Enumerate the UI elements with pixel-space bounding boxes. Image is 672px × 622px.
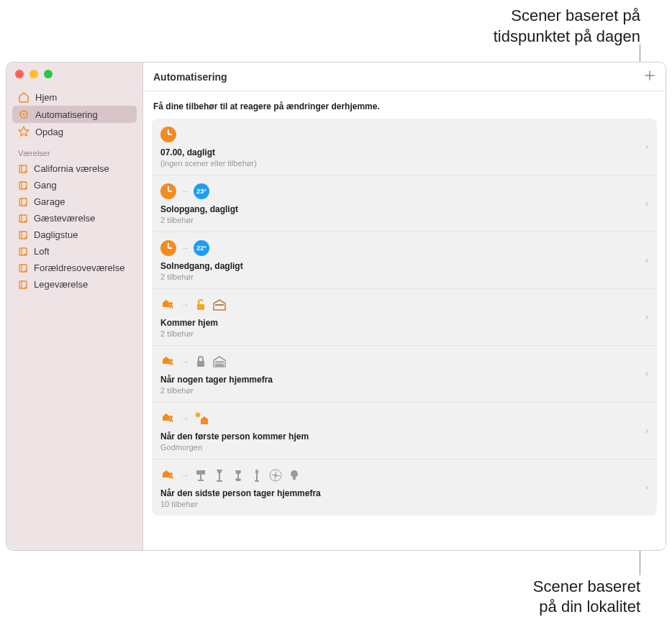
svg-rect-29 bbox=[256, 474, 258, 480]
automation-item[interactable]: → Når nogen tager hjemmefra 2 tilbehør › bbox=[152, 346, 657, 403]
room-icon bbox=[18, 247, 28, 257]
nav-item-opdag[interactable]: Opdag bbox=[12, 123, 137, 140]
window-controls bbox=[6, 70, 142, 88]
automation-title: Når den sidste person tager hjemmefra bbox=[160, 488, 635, 498]
chevron-right-icon: › bbox=[645, 142, 648, 152]
automation-item[interactable]: 07.00, dagligt (ingen scener eller tilbe… bbox=[152, 119, 657, 175]
automation-icons: → bbox=[160, 467, 635, 484]
minimize-icon[interactable] bbox=[29, 70, 38, 78]
automation-icons bbox=[160, 126, 635, 143]
person-house-icon bbox=[160, 354, 176, 370]
svg-rect-34 bbox=[293, 477, 296, 480]
clock-icon bbox=[160, 240, 176, 256]
floor-lamp-icon bbox=[212, 468, 227, 482]
room-icon bbox=[18, 230, 28, 240]
room-label: Gang bbox=[34, 180, 57, 191]
svg-point-33 bbox=[291, 470, 298, 477]
room-icon bbox=[18, 164, 28, 174]
app-window: HjemAutomatiseringOpdag Værelser Califor… bbox=[6, 62, 666, 551]
room-label: Legeværelse bbox=[34, 279, 88, 290]
svg-rect-21 bbox=[196, 470, 205, 475]
arrow-icon: → bbox=[181, 413, 189, 424]
automation-icons: → bbox=[160, 353, 635, 370]
automation-icons: →23° bbox=[160, 183, 635, 200]
nav-label: Automatisering bbox=[35, 109, 98, 120]
chevron-right-icon: › bbox=[645, 426, 648, 436]
fan-icon bbox=[268, 468, 283, 482]
svg-point-20 bbox=[170, 472, 173, 475]
svg-rect-28 bbox=[255, 470, 258, 474]
svg-rect-30 bbox=[255, 480, 259, 482]
nav-item-hjem[interactable]: Hjem bbox=[12, 88, 137, 106]
chevron-right-icon: › bbox=[645, 312, 648, 322]
fullscreen-icon[interactable] bbox=[44, 70, 53, 78]
close-icon[interactable] bbox=[15, 70, 24, 78]
svg-point-19 bbox=[196, 413, 200, 417]
room-item[interactable]: Dagligstue bbox=[6, 227, 142, 243]
desk-lamp-icon bbox=[194, 468, 208, 482]
automation-list: 07.00, dagligt (ingen scener eller tilbe… bbox=[152, 119, 657, 516]
add-button[interactable] bbox=[644, 68, 655, 85]
svg-point-27 bbox=[235, 478, 241, 481]
automation-subtitle: 2 tilbehør bbox=[160, 273, 635, 281]
automation-item[interactable]: →23° Solopgang, dagligt 2 tilbehør › bbox=[152, 175, 657, 232]
svg-point-10 bbox=[170, 302, 173, 305]
room-item[interactable]: Forældresoveværelse bbox=[6, 260, 142, 276]
automation-item[interactable]: → Når den første person kommer hjem Godm… bbox=[152, 403, 657, 459]
automation-subtitle: 2 tilbehør bbox=[160, 386, 635, 395]
table-lamp-icon bbox=[231, 468, 245, 482]
nav-label: Opdag bbox=[35, 127, 63, 137]
star-icon bbox=[18, 126, 29, 137]
titlebar: Automatisering bbox=[143, 63, 666, 91]
room-label: Gæsteværelse bbox=[34, 213, 95, 224]
room-icon bbox=[18, 280, 28, 290]
room-icon bbox=[18, 197, 28, 207]
sidebar: HjemAutomatiseringOpdag Værelser Califor… bbox=[6, 63, 143, 550]
arrow-icon: → bbox=[181, 300, 189, 310]
house-icon bbox=[18, 91, 29, 103]
room-item[interactable]: Legeværelse bbox=[6, 276, 142, 293]
temperature-icon: 23° bbox=[194, 183, 209, 199]
automation-title: Når den første person kommer hjem bbox=[160, 431, 635, 442]
room-item[interactable]: Garage bbox=[6, 193, 142, 210]
lamp-icon bbox=[250, 468, 264, 482]
room-icon bbox=[18, 263, 28, 273]
automation-item[interactable]: → Når den sidste person tager hjemmefra … bbox=[152, 459, 657, 516]
automation-item[interactable]: → Kommer hjem 2 tilbehør › bbox=[152, 289, 657, 346]
automation-subtitle: Godmorgen bbox=[160, 443, 635, 452]
svg-rect-24 bbox=[219, 473, 220, 480]
room-label: Garage bbox=[34, 196, 65, 207]
automation-icons: → bbox=[160, 296, 635, 314]
main-content: Automatisering Få dine tilbehør til at r… bbox=[143, 63, 666, 550]
room-label: Loft bbox=[34, 246, 50, 257]
annotation-time-scenes: Scener baseret påtidspunktet på dagen bbox=[494, 6, 640, 47]
arrow-icon: → bbox=[181, 243, 189, 253]
svg-rect-11 bbox=[197, 304, 204, 310]
lock-icon bbox=[194, 355, 208, 369]
nav-item-automatisering[interactable]: Automatisering bbox=[12, 106, 137, 123]
room-item[interactable]: California værelse bbox=[6, 160, 142, 177]
automation-subtitle: 10 tilbehør bbox=[160, 500, 635, 508]
room-icon bbox=[18, 214, 28, 224]
automation-item[interactable]: →22° Solnedgang, dagligt 2 tilbehør › bbox=[152, 232, 657, 289]
page-title: Automatisering bbox=[153, 71, 227, 83]
automation-title: Kommer hjem bbox=[160, 318, 635, 328]
temperature-icon: 22° bbox=[194, 240, 209, 256]
automation-title: Når nogen tager hjemmefra bbox=[160, 375, 635, 385]
chevron-right-icon: › bbox=[645, 255, 648, 265]
room-item[interactable]: Gæsteværelse bbox=[6, 210, 142, 227]
svg-point-32 bbox=[274, 474, 277, 477]
automation-icons: →22° bbox=[160, 239, 635, 257]
arrow-icon: → bbox=[181, 470, 189, 480]
person-house-icon bbox=[160, 297, 176, 313]
clock-icon bbox=[160, 183, 176, 199]
room-item[interactable]: Gang bbox=[6, 177, 142, 193]
rooms-list: California værelseGangGarageGæsteværelse… bbox=[6, 160, 142, 293]
svg-point-13 bbox=[170, 359, 173, 362]
room-item[interactable]: Loft bbox=[6, 243, 142, 260]
automation-title: 07.00, dagligt bbox=[160, 147, 635, 157]
clock-icon bbox=[160, 127, 176, 142]
automation-title: Solnedgang, dagligt bbox=[160, 261, 635, 271]
svg-point-18 bbox=[170, 416, 173, 419]
sun-house-icon bbox=[194, 411, 209, 426]
